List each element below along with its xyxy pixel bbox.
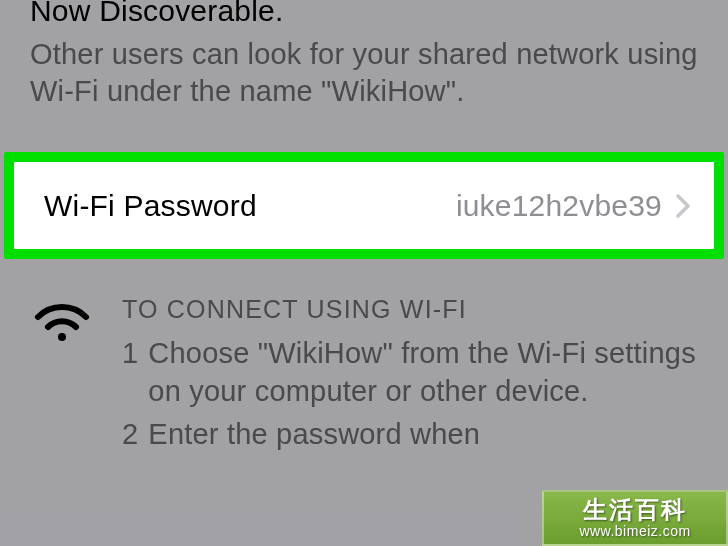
instructions-title: TO CONNECT USING WI-FI [122, 295, 698, 324]
chevron-right-icon [676, 194, 690, 218]
watermark-title: 生活百科 [583, 498, 687, 522]
step-number: 2 [122, 415, 138, 453]
watermark-url: www.bimeiz.com [579, 524, 690, 538]
wifi-password-row[interactable]: Wi-Fi Password iuke12h2vbe39 [14, 162, 714, 249]
instruction-step: 1 Choose "WikiHow" from the Wi-Fi settin… [122, 334, 698, 411]
header-section: Now Discoverable. Other users can look f… [0, 0, 728, 110]
wifi-password-label: Wi-Fi Password [44, 189, 456, 223]
highlight-border: Wi-Fi Password iuke12h2vbe39 [4, 152, 724, 259]
step-text: Enter the password when [148, 415, 480, 453]
instructions-text: TO CONNECT USING WI-FI 1 Choose "WikiHow… [122, 295, 698, 457]
discoverable-status: Now Discoverable. [30, 0, 698, 28]
instructions-section: TO CONNECT USING WI-FI 1 Choose "WikiHow… [0, 295, 728, 457]
discoverable-description: Other users can look for your shared net… [30, 36, 698, 110]
instruction-step: 2 Enter the password when [122, 415, 698, 453]
watermark: 生活百科 www.bimeiz.com [542, 490, 728, 546]
wifi-icon [30, 299, 94, 351]
step-number: 1 [122, 334, 138, 411]
wifi-password-value: iuke12h2vbe39 [456, 189, 662, 223]
step-text: Choose "WikiHow" from the Wi-Fi settings… [148, 334, 698, 411]
highlighted-row-wrapper: Wi-Fi Password iuke12h2vbe39 [0, 152, 728, 259]
